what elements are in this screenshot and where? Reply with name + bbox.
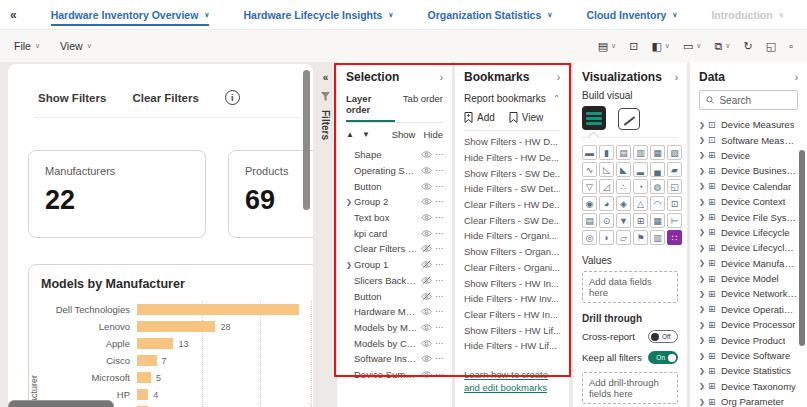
visibility-on-icon[interactable] [421, 354, 432, 363]
visibility-off-icon[interactable] [421, 292, 432, 301]
bookmark-clear-filters-sw-de[interactable]: Clear Filters - SW De... [464, 212, 560, 228]
visibility-on-icon[interactable] [421, 166, 432, 175]
power-apps-icon[interactable]: ∷ [667, 230, 682, 245]
data-scrollbar[interactable] [799, 150, 805, 346]
show-all-button[interactable]: Show [392, 129, 416, 140]
table-row-device-business-serv[interactable]: ❯⊞Device Business Serv... [699, 163, 798, 178]
visibility-on-icon[interactable] [421, 182, 432, 191]
layer-name[interactable]: Models by Manufact... [354, 322, 418, 333]
table-row-device-product[interactable]: ❯⊞Device Product [699, 332, 798, 347]
metrics-icon[interactable]: ⚑ [633, 230, 648, 245]
expander-icon[interactable]: ❯ [346, 261, 354, 269]
100-stacked-bar-chart-icon[interactable]: ▦ [650, 145, 665, 160]
chevron-up-icon[interactable]: ⌃ [553, 94, 560, 103]
more-options-icon[interactable]: ⋯ [435, 229, 443, 238]
table-name[interactable]: Device Software [721, 350, 790, 361]
layer-name[interactable]: Slicers Background Te... [354, 275, 418, 286]
table-row-device-taxonomy[interactable]: ❯⊞Device Taxonomy [699, 379, 798, 394]
layer-row-group-1[interactable]: ❯Group 1⋯ [346, 257, 443, 273]
show-filters-button[interactable]: Show Filters [38, 92, 106, 104]
table-name[interactable]: Device Lifecycle Daily [721, 242, 798, 253]
tab-tab-order[interactable]: Tab order [395, 90, 444, 122]
expander-icon[interactable]: ❯ [699, 198, 708, 206]
bookmark-hide-filters-sw-det[interactable]: Hide Filters - SW Det... [464, 181, 560, 197]
visibility-off-icon[interactable] [421, 276, 432, 285]
table-name[interactable]: Software Measures [721, 135, 798, 146]
expander-icon[interactable]: ❯ [699, 275, 708, 283]
layer-row-group-2[interactable]: ❯Group 2⋯ [346, 194, 443, 210]
bookmark-show-filters-hw-lif[interactable]: Show Filters - HW Lif... [464, 322, 560, 338]
copy-icon[interactable]: ◱ [766, 40, 776, 53]
table-name[interactable]: Device Operating Sy... [721, 304, 798, 315]
table-name[interactable]: Device Network Ada... [721, 288, 798, 299]
kpi-icon[interactable]: ⊙ [599, 213, 614, 228]
treemap-icon[interactable]: ◱ [667, 179, 682, 194]
pie-chart-icon[interactable]: ◔ [633, 179, 648, 194]
more-options-icon[interactable]: ⋯ [435, 260, 443, 269]
expander-icon[interactable]: ❯ [699, 259, 708, 267]
map-icon[interactable]: ◉ [582, 196, 597, 211]
canvas-scrollbar[interactable] [303, 70, 310, 210]
expander-icon[interactable]: ❯ [346, 198, 354, 206]
gauge-icon[interactable]: ◠ [650, 196, 665, 211]
table-row-software-measures[interactable]: ❯⊡Software Measures [699, 132, 798, 147]
table-name[interactable]: Device Taxonomy [721, 381, 796, 392]
expander-icon[interactable]: ❯ [699, 244, 708, 252]
stacked-column-chart-icon[interactable]: ▮ [599, 145, 614, 160]
decomposition-tree-icon[interactable]: ⊢ [667, 213, 682, 228]
expander-icon[interactable]: ❯ [699, 151, 708, 159]
expand-filters-icon[interactable]: « [323, 72, 329, 83]
more-options-icon[interactable]: ⋯ [435, 370, 443, 379]
collapse-bookmarks-icon[interactable]: › [557, 72, 560, 83]
more-options-icon[interactable]: ⋯ [435, 244, 443, 253]
qa-visual-icon[interactable]: ◗ [599, 230, 614, 245]
layer-row-shape[interactable]: Shape⋯ [346, 147, 443, 163]
layer-row-models-by-category[interactable]: Models by Category⋯ [346, 335, 443, 351]
bar[interactable] [137, 355, 157, 366]
save-icon[interactable]: ▫ [789, 40, 793, 52]
collapse-visualizations-icon[interactable]: › [675, 72, 678, 83]
visibility-on-icon[interactable] [421, 307, 432, 316]
bar[interactable] [137, 321, 215, 332]
layer-name[interactable]: Models by Category [354, 338, 418, 349]
chart-bar-row[interactable]: Microsoft5 [41, 369, 313, 386]
paginated-report-icon[interactable]: ▥ [650, 230, 665, 245]
refresh-icon[interactable]: ↻ [743, 40, 752, 53]
more-options-icon[interactable]: ⋯ [435, 292, 443, 301]
donut-chart-icon[interactable]: ◍ [650, 179, 665, 194]
line-chart-icon[interactable]: ∿ [582, 162, 597, 177]
table-row-device[interactable]: ❯⊞Device [699, 148, 798, 163]
format-visual-icon[interactable] [618, 108, 640, 130]
expander-icon[interactable]: ❯ [699, 367, 708, 375]
funnel-chart-icon[interactable]: ▽ [582, 179, 597, 194]
layer-row-kpi-card[interactable]: kpi card⋯ [346, 225, 443, 241]
expander-icon[interactable]: ❯ [699, 352, 708, 360]
layer-row-operating-system-su[interactable]: Operating System Su...⋯ [346, 163, 443, 179]
visibility-on-icon[interactable] [421, 150, 432, 159]
table-row-device-calendar[interactable]: ❯⊞Device Calendar [699, 179, 798, 194]
bookmark-show-filters-sw-de[interactable]: Show Filters - SW De... [464, 165, 560, 181]
card-icon[interactable]: ⊡ [667, 196, 682, 211]
stacked-bar-chart-icon[interactable]: ▬ [582, 145, 597, 160]
more-options-icon[interactable]: ⋯ [435, 182, 443, 191]
layer-name[interactable]: Clear Filters (Show) [354, 243, 418, 254]
table-row-device-statistics[interactable]: ❯⊞Device Statistics [699, 363, 798, 378]
table-name[interactable]: Org Parameter [721, 396, 784, 407]
line-and-clustered-column-chart-icon[interactable]: ▄ [650, 162, 665, 177]
more-options-icon[interactable]: ⋯ [435, 276, 443, 285]
table-name[interactable]: Device File System [721, 212, 798, 223]
search-input[interactable] [719, 95, 791, 106]
add-bookmark-button[interactable]: Add [464, 112, 495, 123]
table-name[interactable]: Device Model [721, 273, 779, 284]
table-row-device-context[interactable]: ❯⊞Device Context [699, 194, 798, 209]
layer-row-device-summary[interactable]: Device Summary⋯ [346, 367, 443, 383]
table-row-device-processor[interactable]: ❯⊞Device Processor [699, 317, 798, 332]
values-field-well[interactable]: Add data fields here [582, 271, 678, 303]
table-row-device-operating-sy[interactable]: ❯⊞Device Operating Sy... [699, 302, 798, 317]
visibility-on-icon[interactable] [421, 339, 432, 348]
tab-hardware-inventory-overview[interactable]: Hardware Inventory Overview∨ [51, 3, 210, 26]
expander-icon[interactable]: ❯ [699, 167, 708, 175]
bookmark-show-filters-hw-in[interactable]: Show Filters - HW In... [464, 275, 560, 291]
table-row-device-lifecycle-daily[interactable]: ❯⊞Device Lifecycle Daily [699, 240, 798, 255]
clear-filters-button[interactable]: Clear Filters [132, 92, 198, 104]
